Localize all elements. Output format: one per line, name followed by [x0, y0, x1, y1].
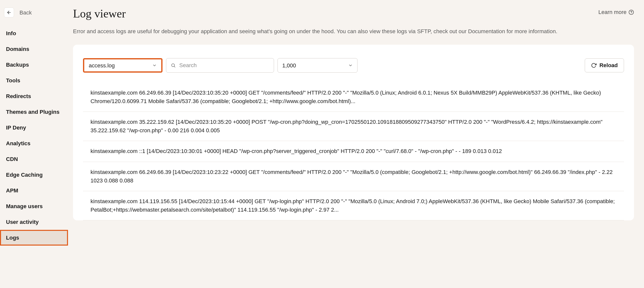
- sidebar: Back Info Domains Backups Tools Redirect…: [0, 0, 68, 288]
- main-content: Log viewer Learn more Error and access l…: [68, 0, 644, 288]
- sidebar-item-edge-caching[interactable]: Edge Caching: [0, 167, 68, 183]
- log-row[interactable]: kinstaexample.com 66.249.66.39 [14/Dec/2…: [83, 162, 624, 191]
- reload-button[interactable]: Reload: [585, 58, 624, 72]
- reload-icon: [591, 63, 596, 68]
- sidebar-item-analytics[interactable]: Analytics: [0, 136, 68, 151]
- back-button[interactable]: Back: [0, 2, 68, 23]
- sidebar-nav: Info Domains Backups Tools Redirects The…: [0, 25, 68, 246]
- log-file-value: access.log: [89, 61, 115, 70]
- back-label: Back: [20, 8, 32, 17]
- search-input[interactable]: [179, 62, 269, 69]
- search-icon: [171, 63, 176, 68]
- row-count-value: 1,000: [282, 61, 296, 70]
- log-row[interactable]: kinstaexample.com 35.222.159.62 [14/Dec/…: [83, 112, 624, 141]
- log-list: kinstaexample.com 66.249.66.39 [14/Dec/2…: [83, 83, 624, 220]
- page-title: Log viewer: [73, 5, 126, 22]
- page-description: Error and access logs are useful for deb…: [73, 27, 634, 36]
- learn-more-link[interactable]: Learn more: [598, 5, 634, 16]
- reload-label: Reload: [600, 62, 618, 69]
- svg-point-3: [172, 64, 174, 67]
- sidebar-item-themes-plugins[interactable]: Themes and Plugins: [0, 104, 68, 120]
- help-icon: [628, 9, 634, 15]
- learn-more-label: Learn more: [598, 8, 626, 16]
- log-row[interactable]: kinstaexample.com 66.249.66.39 [14/Dec/2…: [83, 83, 624, 112]
- log-card: access.log 1,000 Reload kinsta: [73, 45, 634, 220]
- sidebar-item-user-activity[interactable]: User activity: [0, 214, 68, 230]
- chevron-down-icon: [348, 63, 353, 68]
- sidebar-item-manage-users[interactable]: Manage users: [0, 198, 68, 214]
- chevron-down-icon: [152, 63, 157, 68]
- log-file-select[interactable]: access.log: [83, 58, 162, 73]
- sidebar-item-cdn[interactable]: CDN: [0, 151, 68, 167]
- sidebar-item-info[interactable]: Info: [0, 25, 68, 41]
- sidebar-item-redirects[interactable]: Redirects: [0, 88, 68, 104]
- sidebar-item-logs[interactable]: Logs: [0, 230, 68, 246]
- sidebar-item-tools[interactable]: Tools: [0, 73, 68, 88]
- sidebar-item-domains[interactable]: Domains: [0, 41, 68, 57]
- sidebar-item-apm[interactable]: APM: [0, 183, 68, 198]
- arrow-left-icon: [4, 7, 14, 17]
- row-count-select[interactable]: 1,000: [278, 58, 358, 73]
- sidebar-item-ip-deny[interactable]: IP Deny: [0, 120, 68, 136]
- svg-line-4: [174, 66, 175, 67]
- log-row[interactable]: kinstaexample.com 114.119.156.55 [14/Dec…: [83, 191, 624, 220]
- controls-row: access.log 1,000 Reload: [83, 58, 624, 73]
- search-box: [166, 58, 274, 73]
- log-row[interactable]: kinstaexample.com ::1 [14/Dec/2023:10:30…: [83, 141, 624, 162]
- sidebar-item-backups[interactable]: Backups: [0, 57, 68, 73]
